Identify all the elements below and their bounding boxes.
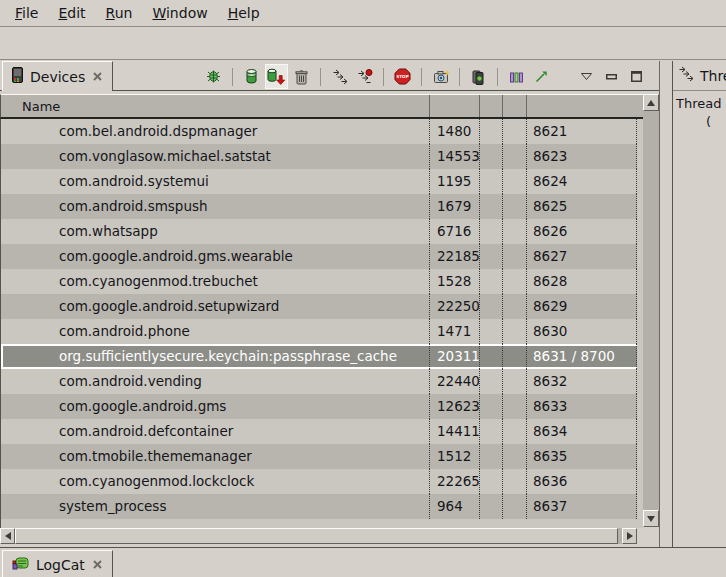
table-row[interactable]: com.android.defcontainer 14411 8634: [1, 419, 638, 444]
port-cell: 8629: [527, 294, 637, 319]
scroll-right-button[interactable]: [622, 528, 637, 544]
process-name-cell: com.android.smspush: [1, 194, 430, 219]
port-cell: 8628: [527, 269, 637, 294]
pid-cell: 22250: [430, 294, 480, 319]
scroll-down-button[interactable]: [643, 510, 659, 527]
table-row[interactable]: com.vonglasow.michael.satstat 14553 8623: [1, 144, 638, 169]
sysinfo-icon[interactable]: [506, 65, 527, 88]
empty-cell: [480, 344, 503, 369]
close-icon[interactable]: [92, 69, 103, 85]
empty-cell: [503, 344, 527, 369]
pid-cell: 22265: [430, 469, 480, 494]
empty-cell: [480, 469, 503, 494]
empty-cell: [480, 244, 503, 269]
tab-logcat-label: LogCat: [36, 557, 85, 573]
empty-toolbar-strip: [0, 28, 726, 60]
process-name-cell: com.google.android.setupwizard: [1, 294, 430, 319]
port-cell: 8625: [527, 194, 637, 219]
column-header-port[interactable]: [527, 95, 643, 117]
threads-icon: [678, 66, 694, 85]
stop-process-icon[interactable]: STOP: [392, 65, 413, 88]
process-name-cell: org.sufficientlysecure.keychain:passphra…: [1, 344, 430, 369]
process-name-cell: com.android.phone: [1, 319, 430, 344]
empty-cell: [480, 444, 503, 469]
screen-record-icon[interactable]: [468, 65, 489, 88]
process-name-cell: com.google.android.gms.wearable: [1, 244, 430, 269]
table-row[interactable]: system_process 964 8637: [1, 494, 638, 519]
menu-item[interactable]: File: [10, 3, 43, 23]
table-row[interactable]: com.cyanogenmod.lockclock 22265 8636: [1, 469, 638, 494]
scroll-left-button[interactable]: [0, 528, 15, 544]
devices-toolbar: STOP: [203, 64, 647, 89]
tab-threads[interactable]: Threads: [673, 61, 726, 91]
start-profiling-icon[interactable]: [354, 65, 375, 88]
vertical-scrollbar[interactable]: [643, 94, 659, 527]
pid-cell: 22185: [430, 244, 480, 269]
menu-item[interactable]: Window: [147, 3, 212, 23]
table-row[interactable]: com.cyanogenmod.trebuchet 1528 8628: [1, 269, 638, 294]
horizontal-scroll-thumb[interactable]: [15, 528, 618, 544]
menu-item[interactable]: Run: [101, 3, 138, 23]
empty-cell: [480, 169, 503, 194]
port-cell: 8635: [527, 444, 637, 469]
main-area: Devices: [0, 61, 726, 547]
screen-capture-icon[interactable]: [430, 65, 451, 88]
table-row[interactable]: com.tmobile.thememanager 1512 8635: [1, 444, 638, 469]
tab-threads-label: Threads: [700, 68, 726, 84]
process-name-cell: com.tmobile.thememanager: [1, 444, 430, 469]
empty-cell: [503, 469, 527, 494]
empty-cell: [480, 369, 503, 394]
horizontal-scrollbar[interactable]: [0, 528, 637, 544]
column-header-name[interactable]: Name: [1, 95, 430, 117]
empty-cell: [503, 419, 527, 444]
table-row[interactable]: com.google.android.gms.wearable 22185 86…: [1, 244, 638, 269]
phone-icon: [12, 67, 23, 86]
table-row[interactable]: com.android.vending 22440 8632: [1, 369, 638, 394]
maximize-icon[interactable]: [626, 65, 647, 88]
view-menu-icon[interactable]: [576, 65, 597, 88]
menu-item[interactable]: Edit: [53, 3, 90, 23]
pid-cell: 6716: [430, 219, 480, 244]
table-row[interactable]: com.google.android.setupwizard 22250 862…: [1, 294, 638, 319]
tab-logcat[interactable]: LogCat: [2, 550, 113, 577]
table-row[interactable]: com.android.smspush 1679 8625: [1, 194, 638, 219]
minimize-icon[interactable]: [601, 65, 622, 88]
toolbar-separator: [383, 68, 384, 86]
empty-cell: [480, 219, 503, 244]
table-row[interactable]: com.android.systemui 1195 8624: [1, 169, 638, 194]
pid-cell: 1528: [430, 269, 480, 294]
cause-gc-icon[interactable]: [291, 65, 312, 88]
update-threads-icon[interactable]: [329, 65, 350, 88]
table-row[interactable]: org.sufficientlysecure.keychain:passphra…: [1, 344, 642, 369]
port-cell: 8636: [527, 469, 637, 494]
chart-icon[interactable]: [531, 65, 552, 88]
table-row[interactable]: com.google.android.gms 12623 8633: [1, 394, 638, 419]
table-row[interactable]: com.whatsapp 6716 8626: [1, 219, 638, 244]
pid-cell: 12623: [430, 394, 480, 419]
table-row[interactable]: com.android.phone 1471 8630: [1, 319, 638, 344]
port-cell: 8623: [527, 144, 637, 169]
table-row[interactable]: com.bel.android.dspmanager 1480 8621: [1, 119, 638, 144]
dump-hprof-icon[interactable]: [266, 65, 287, 88]
pid-cell: 20311: [430, 344, 480, 369]
menu-item[interactable]: Help: [223, 3, 265, 23]
process-name-cell: com.vonglasow.michael.satstat: [1, 144, 430, 169]
process-name-cell: com.cyanogenmod.lockclock: [1, 469, 430, 494]
column-header-pid[interactable]: [430, 95, 480, 117]
devices-tab-row: Devices: [0, 61, 659, 91]
scroll-up-button[interactable]: [643, 94, 659, 111]
close-icon[interactable]: [92, 557, 103, 573]
update-heap-icon[interactable]: [241, 65, 262, 88]
empty-cell: [480, 194, 503, 219]
column-header-empty1[interactable]: [480, 95, 503, 117]
empty-cell: [503, 269, 527, 294]
threads-message-line1: Thread up: [676, 95, 726, 113]
process-name-cell: system_process: [1, 494, 430, 519]
tab-devices-label: Devices: [30, 69, 85, 85]
column-header-empty2[interactable]: [503, 95, 527, 117]
toolbar-separator: [459, 68, 460, 86]
empty-cell: [480, 394, 503, 419]
toolbar-separator: [320, 68, 321, 86]
tab-devices[interactable]: Devices: [2, 61, 113, 91]
debug-icon[interactable]: [203, 65, 224, 88]
